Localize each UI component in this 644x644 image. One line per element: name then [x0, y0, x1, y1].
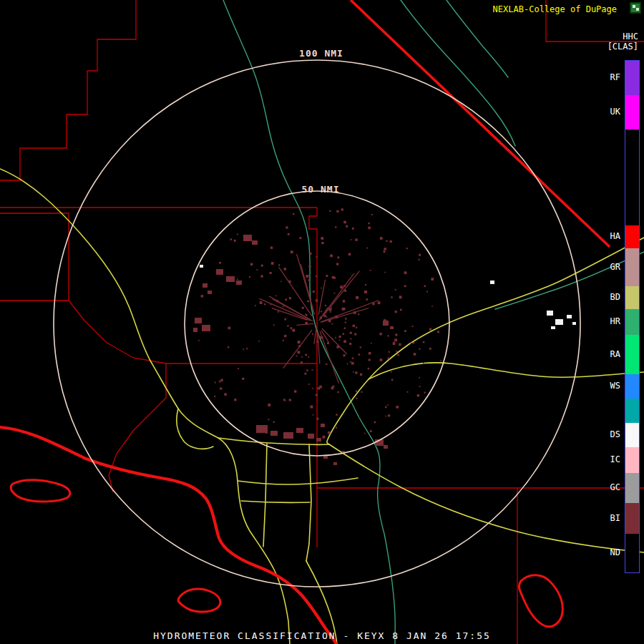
legend-label-DS: DS: [610, 422, 620, 447]
legend-label-RA: RA: [610, 334, 620, 374]
rivers-layer: [223, 0, 644, 644]
ring-label-100nmi: 100 NMI: [299, 48, 343, 59]
legend-label-UK: UK: [610, 94, 620, 129]
radar-map-canvas[interactable]: 100 NMI 50 NMI: [0, 0, 644, 644]
ring-label-50nmi: 50 NMI: [302, 184, 340, 195]
legend-swatch-WS: [625, 374, 639, 399]
color-scale-legend: HHC [CLAS] RFUKHAGRBDHRRAWSDSICGCBIND: [597, 31, 640, 573]
echo-layer-speckle: [197, 208, 441, 438]
state-border-line: [351, 0, 610, 247]
legend-swatch-gap: [625, 130, 639, 225]
coastline: [0, 427, 336, 644]
product-title: HYDROMETEOR CLASSIFICATION - KEYX 8 JAN …: [0, 630, 644, 641]
station-credit: NEXLAB-College of DuPage: [493, 4, 617, 14]
legend-swatch-RF: [625, 61, 639, 95]
legend-swatch-ND: [625, 534, 639, 572]
legend-swatch-BI: [625, 503, 639, 534]
legend-swatch-GR: [625, 248, 639, 286]
islands: [11, 480, 562, 627]
cod-site-icon[interactable]: [630, 2, 641, 14]
legend-label-HR: HR: [610, 308, 620, 334]
legend-swatch-IC: [625, 447, 639, 473]
legend-product-tag: [CLAS]: [597, 42, 638, 52]
legend-labels-column: RFUKHAGRBDHRRAWSDSICGCBIND: [610, 60, 620, 573]
legend-swatch-BD: [625, 286, 639, 309]
legend-swatch-HR: [625, 309, 639, 335]
legend-label-ND: ND: [610, 533, 620, 572]
legend-label-WS: WS: [610, 374, 620, 398]
legend-swatch-gap: [625, 399, 639, 423]
legend-label-IC: IC: [610, 447, 620, 472]
legend-label-HA: HA: [610, 225, 620, 248]
echo-layer-static: [193, 235, 576, 465]
highways-layer: [0, 169, 644, 644]
legend-label-RF: RF: [610, 60, 620, 94]
legend-label-GR: GR: [610, 248, 620, 286]
legend-label-gap: [610, 398, 620, 422]
legend-swatch-GC: [625, 473, 639, 503]
legend-swatch-DS: [625, 423, 639, 447]
color-scale-bar: [625, 60, 640, 573]
legend-swatch-HA: [625, 225, 639, 248]
legend-label-GC: GC: [610, 472, 620, 502]
legend-swatch-UK: [625, 95, 639, 130]
legend-label-gap: [610, 129, 620, 225]
radar-display: 100 NMI 50 NMI NEXLAB-College of DuPage …: [0, 0, 644, 644]
legend-label-BI: BI: [610, 502, 620, 533]
legend-label-BD: BD: [610, 286, 620, 308]
legend-product-code: HHC: [597, 31, 638, 42]
legend-swatch-RA: [625, 335, 639, 374]
